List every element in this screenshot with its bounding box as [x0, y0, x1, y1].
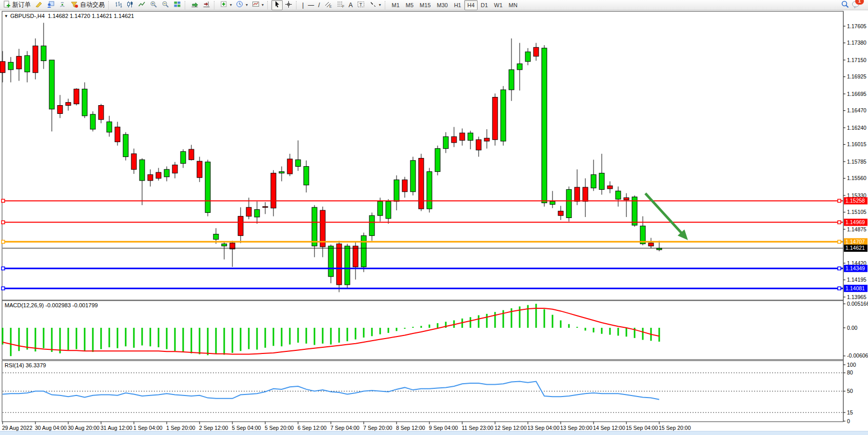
candle-body — [378, 202, 383, 216]
candle-body — [525, 52, 530, 62]
line-handle[interactable] — [838, 287, 841, 290]
rsi-axis-label: 0 — [847, 418, 850, 424]
bar-chart-icon — [114, 1, 122, 10]
price-tick-label: 1.16470 — [847, 107, 866, 113]
search-button[interactable] — [839, 0, 852, 10]
timeframe-button-D1[interactable]: D1 — [478, 0, 491, 10]
date-label: 14 Sep 12:00 — [593, 425, 625, 431]
price-tick-label: 1.14875 — [847, 226, 866, 232]
new-order-button[interactable]: 新订单 — [1, 0, 33, 10]
line-handle[interactable] — [838, 267, 841, 270]
timeframe-button-MN[interactable]: MN — [506, 0, 521, 10]
text-tool-button[interactable]: A — [347, 0, 355, 10]
candle-body — [164, 169, 169, 177]
line-chart-button[interactable] — [136, 0, 148, 10]
chart-shift-button[interactable] — [201, 0, 212, 10]
channel-tool-button[interactable]: E — [322, 0, 334, 10]
auto-scroll-button[interactable] — [189, 0, 201, 10]
price-tick-label: 1.13965 — [847, 294, 866, 300]
chart-title-text: GBPUSD-,H4 1.14682 1.14720 1.14621 1.146… — [10, 13, 134, 19]
toolbar: 新订单 自动交易 — [0, 0, 868, 10]
candle-chart-button[interactable] — [124, 0, 136, 10]
auto-trading-icon — [70, 1, 78, 10]
candle-body — [172, 165, 177, 173]
bar-chart-button[interactable] — [112, 0, 124, 10]
toolbar-separator — [214, 1, 216, 9]
fibonacci-tool-button[interactable]: F — [334, 0, 347, 10]
candle-body — [566, 189, 571, 218]
trendline-tool-button[interactable]: / — [316, 0, 322, 10]
metaeditor-button[interactable] — [33, 0, 45, 10]
dropdown-caret: ▾ — [262, 3, 264, 7]
timeframe-button-M30[interactable]: M30 — [434, 0, 451, 10]
line-handle[interactable] — [2, 221, 5, 224]
svg-text:E: E — [329, 5, 332, 8]
templates-button[interactable]: ▾ — [250, 0, 266, 10]
dropdown-caret: ▾ — [230, 3, 232, 7]
text-label-tool-button[interactable]: T — [355, 0, 367, 10]
signals-button[interactable] — [56, 0, 68, 10]
date-label: 2 Sep 12:00 — [199, 425, 228, 431]
indicators-button[interactable]: ▾ — [218, 0, 234, 10]
candle-body — [8, 62, 13, 70]
price-tick-label: 1.16240 — [847, 125, 866, 131]
candle-body — [49, 60, 54, 109]
dropdown-caret: ▾ — [379, 3, 381, 7]
zoom-in-button[interactable] — [148, 0, 160, 10]
candle-body — [369, 215, 374, 235]
timeframe-button-H1[interactable]: H1 — [451, 0, 464, 10]
timeframe-button-M5[interactable]: M5 — [403, 0, 417, 10]
vertical-line-tool-button[interactable]: | — [300, 0, 306, 10]
tile-windows-button[interactable] — [171, 0, 183, 10]
candle-body — [337, 244, 342, 285]
timeframe-button-M15[interactable]: M15 — [417, 0, 433, 10]
line-handle[interactable] — [2, 287, 5, 290]
candle-body — [25, 55, 30, 72]
line-handle[interactable] — [2, 240, 5, 243]
arrows-tool-button[interactable]: ▾ — [367, 0, 383, 10]
toolbar-separator — [185, 1, 187, 9]
timeframe-button-W1[interactable]: W1 — [491, 0, 506, 10]
line-handle[interactable] — [838, 199, 841, 202]
candle-body — [345, 246, 350, 285]
candle-body — [558, 211, 563, 215]
auto-trading-label: 自动交易 — [80, 1, 105, 9]
horizontal-line-tool-button[interactable]: — — [306, 0, 316, 10]
date-label: 6 Sep 12:00 — [298, 425, 327, 431]
date-label: 30 Aug 20:00 — [68, 425, 100, 431]
strategy-tester-button[interactable] — [45, 0, 56, 10]
candle-body — [279, 172, 284, 173]
cursor-tool-button[interactable] — [271, 0, 283, 10]
window-menu-triangle-icon[interactable]: ▼ — [4, 14, 8, 18]
line-handle[interactable] — [838, 240, 841, 243]
line-handle[interactable] — [2, 267, 5, 270]
date-label: 5 Sep 04:00 — [232, 425, 261, 431]
candle-body — [304, 166, 309, 185]
price-tick-label: 1.17380 — [847, 39, 866, 46]
price-tick-label: 1.16015 — [847, 141, 866, 147]
date-label: 1 Sep 04:00 — [133, 425, 163, 431]
candle-body — [140, 160, 145, 181]
zoom-out-button[interactable] — [160, 0, 171, 10]
clock-icon — [236, 1, 244, 10]
date-label: 9 Sep 04:00 — [429, 425, 458, 431]
auto-trading-button[interactable]: 自动交易 — [68, 0, 107, 10]
candle-body — [476, 140, 481, 150]
chart-canvas[interactable]: 1.176051.173801.171501.169251.166951.164… — [0, 10, 868, 435]
crosshair-icon — [285, 1, 292, 10]
chart-window[interactable]: 1.176051.173801.171501.169251.166951.164… — [0, 10, 868, 435]
auto-scroll-icon — [191, 1, 199, 10]
crosshair-tool-button[interactable] — [283, 0, 294, 10]
timeframe-button-H4[interactable]: H4 — [464, 0, 478, 10]
date-label: 15 Sep 04:00 — [626, 425, 658, 431]
line-handle[interactable] — [2, 199, 5, 202]
candle-body — [156, 172, 161, 179]
timeframe-group: M1M5M15M30H1H4D1W1MN — [389, 0, 521, 10]
timeframe-button-M1[interactable]: M1 — [389, 0, 403, 10]
notifications-button[interactable]: 1 — [852, 0, 861, 10]
line-handle[interactable] — [838, 221, 841, 224]
periods-button[interactable]: ▾ — [234, 0, 250, 10]
price-tick-label: 1.15560 — [847, 175, 866, 181]
zoom-out-icon — [162, 1, 169, 10]
date-label: 13 Sep 04:00 — [527, 425, 560, 431]
